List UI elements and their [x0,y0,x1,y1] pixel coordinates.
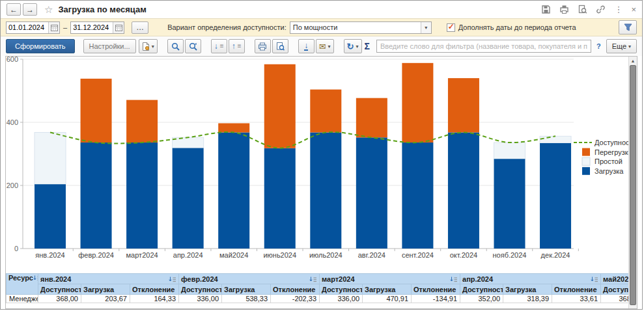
bar-load-segment[interactable] [126,142,158,249]
value-cell[interactable]: 538,33 [222,295,271,303]
print-preview-button[interactable] [272,39,288,53]
more-button[interactable]: Еще▾ [606,39,637,53]
report-variants-button[interactable]: ▾ [139,39,158,53]
bar-load-segment[interactable] [81,142,112,249]
value-cell[interactable]: 203,67 [81,295,130,303]
bar-overload-segment[interactable] [356,98,387,138]
filter-button[interactable] [619,20,637,34]
bar-load-segment[interactable] [540,143,571,249]
append-dates-checkbox[interactable]: ✓ Дополнять даты до периода отчета [447,23,576,32]
bar-overload-segment[interactable] [218,123,249,132]
resource-cell[interactable]: Менеджер [7,295,38,303]
bar-overload-segment[interactable] [310,90,341,133]
value-cell[interactable]: 368,00 [38,295,81,303]
bar-idle-segment[interactable] [540,136,571,143]
value-cell[interactable]: 164,33 [130,295,179,303]
calendar-icon[interactable] [48,22,59,33]
search-button[interactable] [167,39,184,53]
bar-load-segment[interactable] [218,133,249,249]
bar-load-segment[interactable] [310,133,341,249]
quick-filter-input[interactable] [376,40,591,53]
calendar-icon[interactable] [113,22,124,33]
bar-load-segment[interactable] [448,133,479,249]
column-header-measure[interactable]: Доступность [601,284,630,295]
close-icon[interactable]: × [631,5,636,14]
refresh-button[interactable]: ↻▾ [344,39,362,53]
column-header-measure[interactable]: Загрузка [363,284,412,295]
preview-icon[interactable] [578,5,587,14]
period-ellipsis-button[interactable]: ... [132,21,148,34]
download-icon: ↓ [304,42,308,51]
value-cell[interactable]: -134,91 [412,295,460,303]
bar-load-segment[interactable] [264,148,296,249]
grouping-group: ↓≡ ↑≡ [211,39,245,53]
settings-button[interactable]: Настройки... [83,39,136,53]
bar-overload-segment[interactable] [264,64,296,148]
scroll-up-icon[interactable]: ▲ [629,57,637,65]
bar-load-segment[interactable] [35,184,66,249]
column-header-measure[interactable]: Доступность [320,284,363,295]
column-header-measure[interactable]: Доступность [38,284,81,295]
save-file-button[interactable]: ↓ [298,39,315,53]
column-header-measure[interactable]: Загрузка [503,284,552,295]
chevron-down-icon[interactable]: ▾ [421,22,431,33]
back-button[interactable]: ← [7,3,21,16]
bar-overload-segment[interactable] [402,63,433,142]
value-cell[interactable]: 318,39 [503,295,552,303]
column-header-month[interactable]: май2024 [601,274,630,284]
more-button-label: Еще [612,42,626,50]
checkbox-box[interactable]: ✓ [447,23,455,32]
bar-overload-segment[interactable] [126,100,158,142]
column-header-measure[interactable]: Отклонение [412,284,460,295]
column-header-measure[interactable]: Доступность [179,284,222,295]
help-button[interactable]: ? [596,42,601,50]
print-icon[interactable] [559,5,569,14]
date-range-separator: – [63,23,67,31]
expand-groups-button[interactable]: ↑≡ [229,39,245,53]
column-header-month[interactable]: март2024 [320,274,460,284]
value-cell[interactable]: 336,00 [320,295,363,303]
value-cell[interactable]: 33,61 [552,295,601,303]
scrollbar-thumb[interactable] [630,65,636,305]
bar-load-segment[interactable] [356,137,387,249]
column-header-month[interactable]: янв.2024 [38,274,179,284]
value-cell[interactable]: 336,00 [179,295,222,303]
value-cell[interactable]: 352,00 [460,295,503,303]
bar-load-segment[interactable] [173,148,204,249]
favorite-star-icon[interactable]: ☆ [44,4,53,16]
bar-idle-segment[interactable] [173,137,204,148]
print-icon [258,42,267,51]
column-header-measure[interactable]: Загрузка [81,284,130,295]
bar-idle-segment[interactable] [494,142,525,159]
bar-overload-segment[interactable] [81,79,112,142]
column-header-measure[interactable]: Доступность [460,284,503,295]
value-cell[interactable]: 368,00 [601,295,630,303]
value-cell[interactable]: 470,91 [363,295,412,303]
bar-load-segment[interactable] [494,159,525,249]
vertical-scrollbar[interactable]: ▲ [628,57,637,308]
column-header-measure[interactable]: Отклонение [130,284,179,295]
column-header-measure[interactable]: Отклонение [552,284,601,295]
date-to-input[interactable] [71,22,113,33]
sum-icon[interactable]: Σ [365,41,370,51]
collapse-groups-button[interactable]: ↓≡ [211,39,227,53]
forward-button[interactable]: → [23,3,37,16]
bar-idle-segment[interactable] [35,133,66,185]
cancel-search-button[interactable] [185,39,201,53]
print-button[interactable] [255,39,271,53]
value-cell[interactable]: -202,33 [271,295,320,303]
column-header-month[interactable]: февр.2024 [179,274,320,284]
availability-variant-select[interactable]: По мощности ▾ [290,21,432,34]
column-header-resource[interactable]: Ресурс [7,274,38,295]
column-header-month[interactable]: апр.2024 [460,274,601,284]
generate-button[interactable]: Сформировать [6,39,75,53]
link-icon[interactable] [596,5,606,14]
column-header-measure[interactable]: Загрузка [222,284,271,295]
bar-overload-segment[interactable] [448,78,479,132]
more-menu-icon[interactable]: ⋮ [614,5,623,14]
date-from-input[interactable] [7,22,48,33]
bar-load-segment[interactable] [402,142,433,249]
column-header-measure[interactable]: Отклонение [271,284,320,295]
send-email-button[interactable]: ✉▾ [316,39,334,53]
save-icon[interactable] [541,5,551,14]
